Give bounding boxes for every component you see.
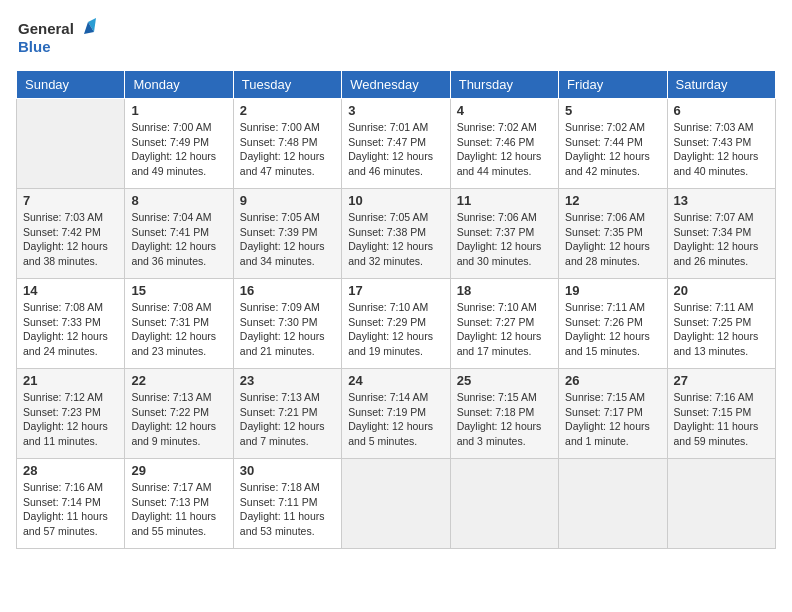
day-number: 21 xyxy=(23,373,118,388)
calendar-cell: 7 Sunrise: 7:03 AM Sunset: 7:42 PM Dayli… xyxy=(17,189,125,279)
calendar-cell: 23 Sunrise: 7:13 AM Sunset: 7:21 PM Dayl… xyxy=(233,369,341,459)
calendar-cell: 22 Sunrise: 7:13 AM Sunset: 7:22 PM Dayl… xyxy=(125,369,233,459)
day-number: 9 xyxy=(240,193,335,208)
calendar-cell: 26 Sunrise: 7:15 AM Sunset: 7:17 PM Dayl… xyxy=(559,369,667,459)
day-number: 16 xyxy=(240,283,335,298)
day-info: Sunrise: 7:03 AM Sunset: 7:42 PM Dayligh… xyxy=(23,210,118,269)
calendar-cell xyxy=(450,459,558,549)
day-info: Sunrise: 7:05 AM Sunset: 7:39 PM Dayligh… xyxy=(240,210,335,269)
week-row-3: 14 Sunrise: 7:08 AM Sunset: 7:33 PM Dayl… xyxy=(17,279,776,369)
day-number: 25 xyxy=(457,373,552,388)
svg-text:Blue: Blue xyxy=(18,38,51,55)
day-header-friday: Friday xyxy=(559,71,667,99)
calendar-cell: 6 Sunrise: 7:03 AM Sunset: 7:43 PM Dayli… xyxy=(667,99,775,189)
day-info: Sunrise: 7:11 AM Sunset: 7:26 PM Dayligh… xyxy=(565,300,660,359)
day-number: 22 xyxy=(131,373,226,388)
day-number: 7 xyxy=(23,193,118,208)
day-number: 23 xyxy=(240,373,335,388)
day-number: 13 xyxy=(674,193,769,208)
calendar-cell: 21 Sunrise: 7:12 AM Sunset: 7:23 PM Dayl… xyxy=(17,369,125,459)
day-info: Sunrise: 7:08 AM Sunset: 7:33 PM Dayligh… xyxy=(23,300,118,359)
calendar-cell: 25 Sunrise: 7:15 AM Sunset: 7:18 PM Dayl… xyxy=(450,369,558,459)
calendar-cell: 5 Sunrise: 7:02 AM Sunset: 7:44 PM Dayli… xyxy=(559,99,667,189)
day-header-wednesday: Wednesday xyxy=(342,71,450,99)
day-info: Sunrise: 7:02 AM Sunset: 7:46 PM Dayligh… xyxy=(457,120,552,179)
calendar-cell: 20 Sunrise: 7:11 AM Sunset: 7:25 PM Dayl… xyxy=(667,279,775,369)
calendar-cell: 27 Sunrise: 7:16 AM Sunset: 7:15 PM Dayl… xyxy=(667,369,775,459)
calendar-cell: 29 Sunrise: 7:17 AM Sunset: 7:13 PM Dayl… xyxy=(125,459,233,549)
day-number: 2 xyxy=(240,103,335,118)
day-number: 12 xyxy=(565,193,660,208)
day-info: Sunrise: 7:13 AM Sunset: 7:22 PM Dayligh… xyxy=(131,390,226,449)
day-number: 28 xyxy=(23,463,118,478)
day-number: 29 xyxy=(131,463,226,478)
day-info: Sunrise: 7:10 AM Sunset: 7:27 PM Dayligh… xyxy=(457,300,552,359)
day-info: Sunrise: 7:05 AM Sunset: 7:38 PM Dayligh… xyxy=(348,210,443,269)
calendar-cell: 9 Sunrise: 7:05 AM Sunset: 7:39 PM Dayli… xyxy=(233,189,341,279)
day-number: 4 xyxy=(457,103,552,118)
calendar-cell xyxy=(17,99,125,189)
day-number: 3 xyxy=(348,103,443,118)
day-number: 5 xyxy=(565,103,660,118)
calendar-cell: 17 Sunrise: 7:10 AM Sunset: 7:29 PM Dayl… xyxy=(342,279,450,369)
svg-text:General: General xyxy=(18,20,74,37)
calendar-cell: 2 Sunrise: 7:00 AM Sunset: 7:48 PM Dayli… xyxy=(233,99,341,189)
calendar-cell: 28 Sunrise: 7:16 AM Sunset: 7:14 PM Dayl… xyxy=(17,459,125,549)
day-info: Sunrise: 7:16 AM Sunset: 7:15 PM Dayligh… xyxy=(674,390,769,449)
day-info: Sunrise: 7:09 AM Sunset: 7:30 PM Dayligh… xyxy=(240,300,335,359)
day-info: Sunrise: 7:06 AM Sunset: 7:35 PM Dayligh… xyxy=(565,210,660,269)
calendar-cell: 3 Sunrise: 7:01 AM Sunset: 7:47 PM Dayli… xyxy=(342,99,450,189)
day-number: 27 xyxy=(674,373,769,388)
day-info: Sunrise: 7:13 AM Sunset: 7:21 PM Dayligh… xyxy=(240,390,335,449)
day-info: Sunrise: 7:01 AM Sunset: 7:47 PM Dayligh… xyxy=(348,120,443,179)
week-row-4: 21 Sunrise: 7:12 AM Sunset: 7:23 PM Dayl… xyxy=(17,369,776,459)
day-info: Sunrise: 7:00 AM Sunset: 7:49 PM Dayligh… xyxy=(131,120,226,179)
week-row-1: 1 Sunrise: 7:00 AM Sunset: 7:49 PM Dayli… xyxy=(17,99,776,189)
calendar-cell: 16 Sunrise: 7:09 AM Sunset: 7:30 PM Dayl… xyxy=(233,279,341,369)
day-header-sunday: Sunday xyxy=(17,71,125,99)
day-info: Sunrise: 7:11 AM Sunset: 7:25 PM Dayligh… xyxy=(674,300,769,359)
calendar-cell xyxy=(667,459,775,549)
calendar-cell: 19 Sunrise: 7:11 AM Sunset: 7:26 PM Dayl… xyxy=(559,279,667,369)
day-info: Sunrise: 7:07 AM Sunset: 7:34 PM Dayligh… xyxy=(674,210,769,269)
calendar-cell: 13 Sunrise: 7:07 AM Sunset: 7:34 PM Dayl… xyxy=(667,189,775,279)
day-info: Sunrise: 7:18 AM Sunset: 7:11 PM Dayligh… xyxy=(240,480,335,539)
calendar-cell: 14 Sunrise: 7:08 AM Sunset: 7:33 PM Dayl… xyxy=(17,279,125,369)
day-info: Sunrise: 7:04 AM Sunset: 7:41 PM Dayligh… xyxy=(131,210,226,269)
day-number: 11 xyxy=(457,193,552,208)
day-number: 6 xyxy=(674,103,769,118)
calendar-cell: 30 Sunrise: 7:18 AM Sunset: 7:11 PM Dayl… xyxy=(233,459,341,549)
day-header-thursday: Thursday xyxy=(450,71,558,99)
day-number: 20 xyxy=(674,283,769,298)
day-info: Sunrise: 7:08 AM Sunset: 7:31 PM Dayligh… xyxy=(131,300,226,359)
calendar-cell: 1 Sunrise: 7:00 AM Sunset: 7:49 PM Dayli… xyxy=(125,99,233,189)
day-number: 8 xyxy=(131,193,226,208)
calendar-cell: 4 Sunrise: 7:02 AM Sunset: 7:46 PM Dayli… xyxy=(450,99,558,189)
page-header: General Blue xyxy=(16,16,776,60)
logo: General Blue xyxy=(16,16,96,60)
day-info: Sunrise: 7:12 AM Sunset: 7:23 PM Dayligh… xyxy=(23,390,118,449)
day-info: Sunrise: 7:15 AM Sunset: 7:17 PM Dayligh… xyxy=(565,390,660,449)
calendar-cell: 15 Sunrise: 7:08 AM Sunset: 7:31 PM Dayl… xyxy=(125,279,233,369)
day-info: Sunrise: 7:02 AM Sunset: 7:44 PM Dayligh… xyxy=(565,120,660,179)
day-info: Sunrise: 7:16 AM Sunset: 7:14 PM Dayligh… xyxy=(23,480,118,539)
calendar-cell xyxy=(559,459,667,549)
day-number: 18 xyxy=(457,283,552,298)
calendar-cell: 24 Sunrise: 7:14 AM Sunset: 7:19 PM Dayl… xyxy=(342,369,450,459)
calendar-cell: 8 Sunrise: 7:04 AM Sunset: 7:41 PM Dayli… xyxy=(125,189,233,279)
day-info: Sunrise: 7:10 AM Sunset: 7:29 PM Dayligh… xyxy=(348,300,443,359)
logo-svg: General Blue xyxy=(16,16,96,60)
day-info: Sunrise: 7:17 AM Sunset: 7:13 PM Dayligh… xyxy=(131,480,226,539)
day-number: 10 xyxy=(348,193,443,208)
day-info: Sunrise: 7:14 AM Sunset: 7:19 PM Dayligh… xyxy=(348,390,443,449)
day-info: Sunrise: 7:15 AM Sunset: 7:18 PM Dayligh… xyxy=(457,390,552,449)
day-header-tuesday: Tuesday xyxy=(233,71,341,99)
calendar-cell: 18 Sunrise: 7:10 AM Sunset: 7:27 PM Dayl… xyxy=(450,279,558,369)
calendar-cell: 12 Sunrise: 7:06 AM Sunset: 7:35 PM Dayl… xyxy=(559,189,667,279)
day-number: 14 xyxy=(23,283,118,298)
day-number: 17 xyxy=(348,283,443,298)
day-number: 19 xyxy=(565,283,660,298)
week-row-2: 7 Sunrise: 7:03 AM Sunset: 7:42 PM Dayli… xyxy=(17,189,776,279)
day-header-saturday: Saturday xyxy=(667,71,775,99)
day-number: 15 xyxy=(131,283,226,298)
